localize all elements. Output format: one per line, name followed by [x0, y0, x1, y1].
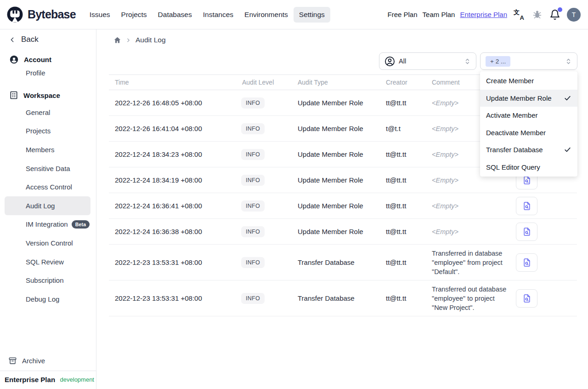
sidebar-item-label: Sensitive Data	[26, 165, 70, 172]
creator-filter-value: All	[399, 57, 406, 65]
sidebar-item-members[interactable]: Members	[5, 140, 90, 159]
cell-audit-level: INFO	[235, 200, 292, 212]
sidebar-item-label: Projects	[26, 127, 51, 135]
menu-item-label: Deactivate Member	[486, 129, 546, 137]
breadcrumb: Audit Log	[113, 35, 166, 45]
sidebar-item-sql-review[interactable]: SQL Review	[5, 252, 90, 271]
user-circle-icon	[9, 55, 19, 64]
cell-actions	[508, 197, 577, 215]
menu-item-update-member-role[interactable]: Update Member Role	[480, 90, 577, 107]
cell-time: 2022-12-24 16:36:41 +08:00	[109, 202, 235, 210]
cell-comment: <Empty>	[426, 228, 508, 235]
bytebase-app: Bytebase IssuesProjectsDatabasesInstance…	[0, 0, 588, 389]
cell-time: 2022-12-23 13:53:31 +08:00	[109, 294, 235, 302]
back-button[interactable]: Back	[8, 33, 39, 46]
bug-report-icon[interactable]	[531, 9, 543, 21]
sidebar-item-label: Debug Log	[26, 295, 59, 303]
sidebar-item-general[interactable]: General	[5, 103, 90, 122]
cell-creator: tt@tt.tt	[380, 258, 426, 266]
nav-link-databases[interactable]: Databases	[153, 7, 198, 23]
audit-level-badge: INFO	[241, 149, 265, 160]
cell-creator: tt@tt.tt	[380, 176, 426, 184]
cell-comment: Transferred in database "employee" from …	[426, 249, 508, 276]
audit-level-badge: INFO	[241, 293, 265, 304]
brand-name: Bytebase	[28, 8, 76, 21]
creator-filter-select[interactable]: All	[379, 52, 476, 70]
menu-item-create-member[interactable]: Create Member	[480, 72, 577, 90]
menu-item-label: Activate Member	[486, 111, 538, 119]
menu-item-label: Create Member	[486, 77, 534, 85]
sidebar-item-projects[interactable]: Projects	[5, 122, 90, 141]
sidebar-item-audit-log[interactable]: Audit Log	[5, 196, 90, 215]
sidebar-item-debug-log[interactable]: Debug Log	[5, 290, 90, 309]
view-log-detail-button[interactable]	[516, 197, 537, 215]
audit-level-badge: INFO	[241, 123, 265, 134]
nav-link-environments[interactable]: Environments	[239, 7, 294, 23]
bytebase-logo[interactable]: Bytebase	[6, 6, 76, 23]
cell-audit-type: Update Member Role	[292, 176, 380, 184]
sidebar-item-sensitive-data[interactable]: Sensitive Data	[5, 159, 90, 178]
column-header-audit-type: Audit Type	[292, 79, 380, 86]
audit-level-badge: INFO	[241, 226, 265, 237]
nav-link-issues[interactable]: Issues	[84, 7, 116, 23]
environment-mode-label: development	[60, 376, 94, 383]
workspace-items: GeneralProjectsMembersSensitive DataAcce…	[0, 103, 96, 309]
sidebar-item-subscription[interactable]: Subscription	[5, 271, 90, 290]
menu-item-sql-editor-query[interactable]: SQL Editor Query	[480, 159, 577, 176]
audit-type-filter-select[interactable]: + 2 ...	[480, 52, 577, 70]
check-icon	[564, 94, 571, 102]
view-log-detail-button[interactable]	[516, 253, 537, 272]
cell-audit-level: INFO	[235, 123, 292, 134]
nav-link-settings[interactable]: Settings	[294, 7, 330, 23]
audit-level-badge: INFO	[241, 97, 265, 109]
cell-audit-level: INFO	[235, 97, 292, 109]
sidebar-item-version-control[interactable]: Version Control	[5, 234, 90, 252]
archive-icon	[8, 356, 17, 365]
settings-sidebar: Back Account Profile Workspace GeneralPr…	[0, 29, 96, 389]
cell-time: 2022-12-23 13:53:31 +08:00	[109, 258, 235, 266]
comment-text: Transferred in database "employee" from …	[432, 250, 503, 275]
home-icon[interactable]	[113, 36, 121, 44]
cell-audit-level: INFO	[235, 149, 292, 160]
sidebar-item-im-integration[interactable]: IM IntegrationBeta	[5, 215, 90, 234]
sidebar-item-archive[interactable]: Archive	[8, 354, 45, 367]
check-icon	[564, 146, 571, 154]
menu-item-activate-member[interactable]: Activate Member	[480, 107, 577, 124]
plan-team-plan: Team Plan	[423, 11, 455, 18]
table-row: 2022-12-24 16:36:38 +08:00INFOUpdate Mem…	[109, 219, 577, 245]
sidebar-item-label: General	[26, 109, 50, 116]
sidebar-item-profile[interactable]: Profile	[5, 63, 90, 82]
notification-dot	[558, 7, 562, 12]
view-log-detail-button[interactable]	[516, 289, 537, 308]
menu-item-deactivate-member[interactable]: Deactivate Member	[480, 124, 577, 142]
nav-link-instances[interactable]: Instances	[198, 7, 239, 23]
account-items: Profile	[0, 63, 96, 82]
cell-actions	[508, 223, 577, 241]
cell-time: 2022-12-24 18:34:19 +08:00	[109, 176, 235, 184]
file-search-icon	[522, 176, 531, 185]
top-right-cluster: Free PlanTeam PlanEnterprise Plan 文A T	[388, 8, 581, 22]
comment-empty-placeholder: <Empty>	[432, 177, 458, 184]
sidebar-item-label: Profile	[26, 69, 45, 77]
current-plan-label: Enterprise Plan	[5, 376, 55, 383]
user-avatar[interactable]: T	[567, 8, 581, 22]
notifications-bell-icon[interactable]	[549, 9, 561, 21]
language-icon[interactable]: 文A	[513, 9, 525, 21]
cell-comment: <Empty>	[426, 176, 508, 184]
cell-creator: tt@tt.tt	[380, 150, 426, 158]
comment-empty-placeholder: <Empty>	[432, 202, 458, 210]
nav-link-projects[interactable]: Projects	[116, 7, 153, 23]
plan-switcher: Free PlanTeam PlanEnterprise Plan	[388, 11, 507, 18]
column-header-creator: Creator	[380, 79, 426, 86]
person-circle-icon	[384, 56, 395, 67]
cell-comment: Transferred out database "employee" to p…	[426, 285, 508, 312]
sidebar-item-access-control[interactable]: Access Control	[5, 177, 90, 196]
audit-level-badge: INFO	[241, 257, 265, 268]
back-label: Back	[21, 35, 39, 44]
view-log-detail-button[interactable]	[516, 223, 537, 241]
menu-item-transfer-database[interactable]: Transfer Database	[480, 141, 577, 159]
table-row: 2022-12-23 13:53:31 +08:00INFOTransfer D…	[109, 245, 577, 280]
sidebar-footer: Enterprise Plan development	[5, 373, 94, 385]
file-search-icon	[522, 258, 531, 267]
plan-enterprise-plan[interactable]: Enterprise Plan	[460, 11, 507, 18]
